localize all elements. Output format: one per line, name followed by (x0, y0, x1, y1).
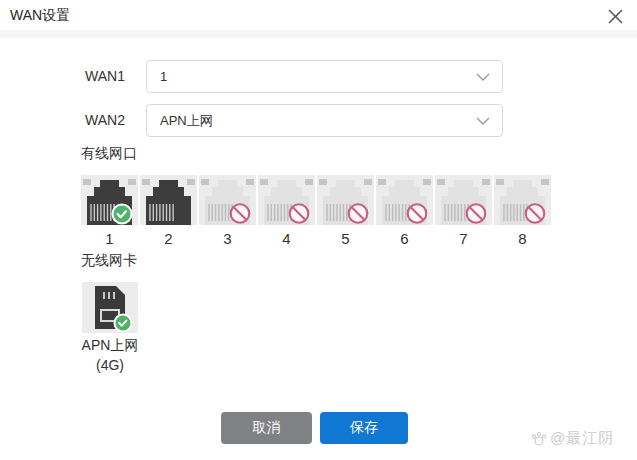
port-number: 3 (223, 230, 231, 247)
rj45-port-icon (494, 175, 551, 225)
wired-port-strip: 1 2 3 4 5 (81, 175, 551, 247)
wan2-select[interactable]: APN上网 (146, 104, 503, 137)
dialog-title: WAN设置 (10, 7, 70, 25)
port-item[interactable]: 8 (494, 175, 551, 247)
port-item[interactable]: 7 (435, 175, 492, 247)
no-entry-icon (349, 204, 368, 223)
wan1-label: WAN1 (85, 60, 140, 93)
no-entry-icon (290, 204, 309, 223)
chevron-down-icon (476, 117, 490, 125)
no-entry-icon (408, 204, 427, 223)
wireless-section-label: 无线网卡 (81, 252, 137, 270)
port-number: 2 (164, 230, 172, 247)
no-entry-icon (526, 204, 545, 223)
port-number: 6 (400, 230, 408, 247)
watermark: @最江阴 (531, 429, 614, 448)
header-divider (0, 30, 637, 38)
wan1-selected-value: 1 (160, 61, 167, 92)
port-number: 1 (105, 230, 113, 247)
wired-section-label: 有线网口 (81, 145, 137, 163)
port-item[interactable]: 2 (140, 175, 197, 247)
wan-settings-dialog: WAN设置 WAN1 1 WAN2 APN上网 有线网口 1 (0, 0, 637, 460)
rj45-port-icon (81, 175, 138, 225)
check-icon (115, 315, 132, 332)
port-number: 8 (518, 230, 526, 247)
watermark-text: @最江阴 (550, 429, 614, 448)
port-number: 7 (459, 230, 467, 247)
rj45-port-icon (258, 175, 315, 225)
port-item[interactable]: 4 (258, 175, 315, 247)
sim-card-icon (82, 282, 138, 333)
rj45-port-icon (435, 175, 492, 225)
port-item[interactable]: 3 (199, 175, 256, 247)
cancel-button[interactable]: 取消 (221, 412, 312, 444)
wireless-card-label: APN上网 (54, 337, 166, 355)
no-entry-icon (231, 204, 250, 223)
paw-logo-icon (531, 431, 547, 447)
close-button[interactable] (603, 4, 627, 28)
port-number: 5 (341, 230, 349, 247)
wan2-label: WAN2 (85, 104, 140, 137)
no-entry-icon (467, 204, 486, 223)
chevron-down-icon (476, 73, 490, 81)
rj45-port-icon (140, 175, 197, 225)
wan2-selected-value: APN上网 (160, 105, 213, 136)
check-icon (113, 205, 132, 224)
port-item[interactable]: 6 (376, 175, 433, 247)
wireless-card-sublabel: (4G) (54, 357, 166, 373)
port-item[interactable]: 5 (317, 175, 374, 247)
wireless-card-tile[interactable] (82, 282, 138, 333)
rj45-port-icon (317, 175, 374, 225)
close-icon (607, 8, 624, 25)
rj45-port-icon (376, 175, 433, 225)
rj45-port-icon (199, 175, 256, 225)
wan1-select[interactable]: 1 (146, 60, 503, 93)
port-number: 4 (282, 230, 290, 247)
save-button[interactable]: 保存 (320, 412, 408, 444)
port-item[interactable]: 1 (81, 175, 138, 247)
